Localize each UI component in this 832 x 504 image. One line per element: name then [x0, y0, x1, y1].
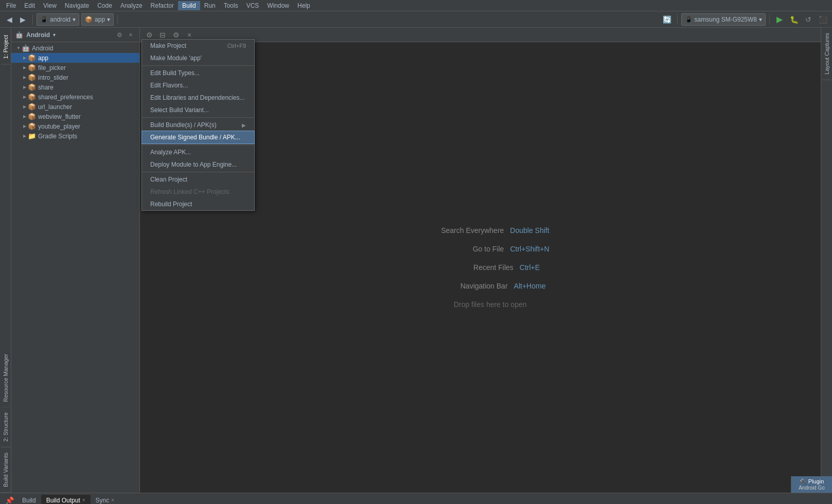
- menu-edit[interactable]: Edit: [20, 1, 39, 10]
- shortcut-row-drop: Drop files here to open: [434, 300, 527, 309]
- menu-window[interactable]: Window: [263, 1, 293, 10]
- tree-item-intro-slider[interactable]: ▶ 📦 intro_slider: [11, 73, 139, 82]
- editor-settings-btn[interactable]: ⚙: [144, 30, 154, 40]
- tree-item-gradle-scripts[interactable]: ▶ 📁 Gradle Scripts: [11, 131, 139, 141]
- tree-item-app[interactable]: ▶ 📦 app: [11, 53, 139, 63]
- select-variant-label: Select Build Variant...: [150, 106, 209, 114]
- gradle-folder-icon: 📁: [28, 132, 36, 140]
- menu-file[interactable]: File: [2, 1, 20, 10]
- shortcut-key-recent: Ctrl+E: [520, 263, 540, 272]
- sidebar-tab-project[interactable]: 1: Project: [1, 30, 10, 64]
- shortcut-key-goto: Ctrl+Shift+N: [510, 245, 549, 253]
- shortcut-label-recent: Recent Files: [421, 263, 514, 272]
- device-icon: 📱: [685, 16, 693, 23]
- sidebar-tab-structure[interactable]: 2: Structure: [1, 407, 10, 447]
- back-button[interactable]: ◀: [3, 13, 15, 26]
- menu-item-generate-signed[interactable]: Generate Signed Bundle / APK...: [142, 131, 254, 143]
- edit-build-types-label: Edit Build Types...: [150, 69, 200, 77]
- tree-label-url-launcher: url_launcher: [38, 103, 72, 111]
- editor-filter-btn[interactable]: ⊟: [157, 30, 168, 40]
- arrow-icon: ▶: [22, 75, 28, 80]
- tree-item-url-launcher[interactable]: ▶ 📦 url_launcher: [11, 102, 139, 112]
- project-dropdown[interactable]: 📱 android ▾: [37, 13, 79, 26]
- menu-analyze[interactable]: Analyze: [116, 1, 147, 10]
- menu-view[interactable]: View: [39, 1, 61, 10]
- menu-item-analyze-apk[interactable]: Analyze APK...: [142, 146, 254, 158]
- sidebar-tab-layout-captures[interactable]: Layout Captures: [822, 28, 831, 80]
- module-chevron-icon: ▾: [107, 16, 110, 23]
- update-button[interactable]: 🔄: [661, 13, 674, 26]
- menu-item-make-project[interactable]: Make Project Ctrl+F9: [142, 40, 254, 52]
- rerun-button[interactable]: ↺: [802, 13, 815, 26]
- tree-label-android: Android: [32, 45, 53, 52]
- tree-item-youtube-player[interactable]: ▶ 📦 youtube_player: [11, 121, 139, 131]
- tree-item-share[interactable]: ▶ 📦 share: [11, 82, 139, 92]
- menu-run[interactable]: Run: [200, 1, 220, 10]
- bottom-panel-pin-btn[interactable]: 📌: [2, 495, 17, 505]
- menu-item-edit-build-types[interactable]: Edit Build Types...: [142, 67, 254, 79]
- panel-gear-btn[interactable]: ⚙: [115, 30, 124, 40]
- debug-button[interactable]: 🐛: [788, 13, 800, 26]
- device-label: samsung SM-G925W8: [695, 16, 757, 23]
- menu-item-deploy-module[interactable]: Deploy Module to App Engine...: [142, 158, 254, 171]
- menu-item-rebuild-project[interactable]: Rebuild Project: [142, 198, 254, 210]
- tab-build-output-close[interactable]: ×: [82, 497, 85, 503]
- menu-help[interactable]: Help: [293, 1, 314, 10]
- plugin-sublabel: Android Go: [795, 485, 828, 491]
- run-button[interactable]: ▶: [773, 13, 786, 26]
- forward-button[interactable]: ▶: [16, 13, 29, 26]
- generate-signed-label: Generate Signed Bundle / APK...: [150, 134, 240, 141]
- tree-item-shared-preferences[interactable]: ▶ 📦 shared_preferences: [11, 92, 139, 102]
- plugin-button[interactable]: 🔌 Plugin Android Go: [791, 476, 832, 493]
- tree-item-file-picker[interactable]: ▶ 📦 file_picker: [11, 63, 139, 73]
- arrow-icon: ▶: [22, 104, 28, 109]
- arrow-icon: ▶: [22, 65, 28, 70]
- panel-close-btn[interactable]: ×: [126, 30, 135, 40]
- menu-item-select-variant[interactable]: Select Build Variant...: [142, 104, 254, 116]
- menu-item-make-module[interactable]: Make Module 'app': [142, 52, 254, 64]
- android-header-icon: 🤖: [15, 31, 23, 39]
- tree-item-webview-flutter[interactable]: ▶ 📦 webview_flutter: [11, 112, 139, 121]
- edit-flavors-label: Edit Flavors...: [150, 82, 188, 89]
- menu-item-edit-libraries[interactable]: Edit Libraries and Dependencies...: [142, 92, 254, 104]
- panel-header: 🤖 Android ▾ ⚙ ×: [11, 28, 139, 42]
- tree-label-file-picker: file_picker: [38, 64, 66, 71]
- module-icon: 📦: [28, 93, 36, 101]
- menu-navigate[interactable]: Navigate: [61, 1, 93, 10]
- tab-build-output-label: Build Output: [46, 497, 80, 504]
- tree-view: ▼ 🤖 Android ▶ 📦 app ▶ 📦 file_picker: [11, 42, 139, 493]
- device-dropdown[interactable]: 📱 samsung SM-G925W8 ▾: [681, 13, 766, 26]
- menu-item-build-bundle[interactable]: Build Bundle(s) / APK(s) ▶: [142, 119, 254, 131]
- sidebar-tab-resource-manager[interactable]: Resource Manager: [1, 349, 10, 408]
- arrow-icon: ▶: [22, 114, 28, 119]
- menu-item-edit-flavors[interactable]: Edit Flavors...: [142, 79, 254, 92]
- menu-build[interactable]: Build: [178, 1, 200, 10]
- toolbar-sep-2: [117, 14, 118, 25]
- menu-refactor[interactable]: Refactor: [147, 1, 178, 10]
- shortcut-row-goto: Go to File Ctrl+Shift+N: [411, 245, 549, 253]
- tab-sync[interactable]: Sync ×: [91, 495, 120, 505]
- chevron-icon: ▾: [73, 16, 76, 23]
- menu-tools[interactable]: Tools: [220, 1, 242, 10]
- deploy-module-label: Deploy Module to App Engine...: [150, 161, 237, 168]
- toolbar-sep-4: [769, 14, 770, 25]
- shortcut-label-drop: Drop files here to open: [434, 300, 527, 309]
- editor-gear-btn[interactable]: ⚙: [171, 30, 181, 40]
- tree-label-shared-preferences: shared_preferences: [38, 94, 93, 101]
- tree-item-android-root[interactable]: ▼ 🤖 Android: [11, 43, 139, 53]
- tab-build[interactable]: Build: [17, 495, 41, 505]
- menu-item-clean-project[interactable]: Clean Project: [142, 173, 254, 186]
- tree-label-gradle-scripts: Gradle Scripts: [38, 133, 77, 140]
- tab-sync-close[interactable]: ×: [111, 497, 114, 503]
- project-panel: 🤖 Android ▾ ⚙ × ▼ 🤖 Android ▶ 📦 app: [11, 28, 140, 493]
- module-dropdown[interactable]: 📦 app ▾: [81, 13, 114, 26]
- editor-close-btn[interactable]: ×: [184, 30, 194, 40]
- shortcut-row-recent: Recent Files Ctrl+E: [421, 263, 540, 272]
- module-icon: 📦: [28, 122, 36, 130]
- stop-button[interactable]: ⬛: [817, 13, 829, 26]
- clean-project-label: Clean Project: [150, 176, 187, 183]
- sidebar-tab-build-variants[interactable]: Build Variants: [1, 447, 10, 493]
- tab-build-output[interactable]: Build Output ×: [41, 495, 91, 505]
- menu-code[interactable]: Code: [93, 1, 116, 10]
- menu-vcs[interactable]: VCS: [242, 1, 263, 10]
